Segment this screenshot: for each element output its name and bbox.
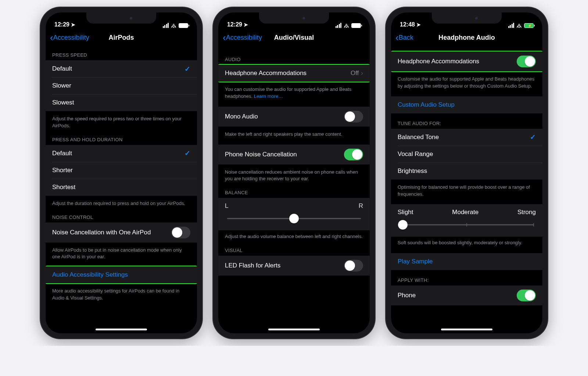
cellular-icon <box>336 23 342 28</box>
row-level-slider: Slight Moderate Strong <box>391 204 542 237</box>
row-label: Default <box>52 65 72 72</box>
nav-bar: ‹ Accessibility AirPods <box>46 29 197 46</box>
slider-thumb[interactable] <box>398 220 408 230</box>
row-press-speed-default[interactable]: Default ✓ <box>46 60 197 77</box>
scroll-content[interactable]: Headphone Accommodations Customise the a… <box>391 46 542 333</box>
screen-headphone-audio: 12:48 ➤ ⚡ ‹ Back Headphone Audio Headpho… <box>391 13 542 333</box>
screen-audio-visual: 12:29 ➤ ‹ Accessibility Audio/Visual AUD… <box>218 13 370 333</box>
detail-value: Off <box>351 70 359 77</box>
toggle-headphone-accommodations[interactable] <box>517 56 536 67</box>
row-label: Balanced Tone <box>398 134 439 141</box>
back-button[interactable]: ‹ Accessibility <box>50 33 89 42</box>
phone-mockup-2: 12:29 ➤ ‹ Accessibility Audio/Visual AUD… <box>213 7 375 338</box>
group-mono: Mono Audio <box>218 107 370 127</box>
toggle-mono-audio[interactable] <box>344 111 363 123</box>
row-label: Play Sample <box>398 258 433 265</box>
location-icon: ➤ <box>416 22 421 28</box>
notch <box>86 13 156 24</box>
scroll-content[interactable]: AUDIO Headphone Accommodations Off › You… <box>218 46 370 333</box>
footer-audio-link: More audio accessibility settings for Ai… <box>46 285 197 303</box>
row-headphone-accommodations[interactable]: Headphone Accommodations Off › <box>218 65 370 82</box>
toggle-led-flash[interactable] <box>344 260 363 272</box>
header-visual: VISUAL <box>218 242 370 256</box>
row-hold-shorter[interactable]: Shorter <box>46 162 197 179</box>
row-label: Phone <box>398 292 416 299</box>
header-hold: PRESS AND HOLD DURATION <box>46 131 197 145</box>
group-hold: Default ✓ Shorter Shortest <box>46 145 197 196</box>
header-balance: BALANCE <box>218 184 370 198</box>
row-led-flash[interactable]: LED Flash for Alerts <box>218 256 370 276</box>
group-pnc: Phone Noise Cancellation <box>218 145 370 164</box>
balance-slider[interactable] <box>225 213 363 224</box>
checkmark-icon: ✓ <box>184 149 190 157</box>
header-apply: APPLY WITH: <box>391 272 542 285</box>
status-time: 12:29 <box>54 21 69 28</box>
balance-right-label: R <box>359 202 363 210</box>
back-label: Back <box>399 34 413 42</box>
row-balance-slider: L R <box>218 198 370 230</box>
phone-mockup-3: 12:48 ➤ ⚡ ‹ Back Headphone Audio Headpho… <box>386 7 548 338</box>
toggle-noise-cancel[interactable] <box>171 227 190 238</box>
nav-bar: ‹ Accessibility Audio/Visual <box>218 29 370 46</box>
battery-icon <box>351 23 361 28</box>
level-slider[interactable] <box>398 220 536 230</box>
row-phone-noise-cancel[interactable]: Phone Noise Cancellation <box>218 145 370 164</box>
footer-hold: Adjust the duration required to press an… <box>46 197 197 209</box>
chevron-left-icon: ‹ <box>50 33 53 42</box>
home-indicator[interactable] <box>441 329 492 330</box>
level-labels: Slight Moderate Strong <box>398 209 536 216</box>
footer-balance: Adjust the audio volume balance between … <box>218 230 370 242</box>
row-play-sample[interactable]: Play Sample <box>391 253 542 270</box>
wifi-icon <box>343 23 349 28</box>
notch <box>259 13 329 24</box>
row-tune-vocal[interactable]: Vocal Range <box>391 146 542 163</box>
row-label: Mono Audio <box>225 113 258 120</box>
row-apply-phone[interactable]: Phone <box>391 285 542 305</box>
row-label: Custom Audio Setup <box>398 101 455 109</box>
slider-thumb[interactable] <box>289 214 299 223</box>
row-tune-balanced[interactable]: Balanced Tone ✓ <box>391 129 542 146</box>
group-audio-link: Audio Accessibility Settings <box>46 266 197 283</box>
header-press-speed: PRESS SPEED <box>46 46 197 60</box>
wifi-icon <box>516 23 522 28</box>
home-indicator[interactable] <box>268 329 320 330</box>
cellular-icon <box>163 23 169 28</box>
row-tune-brightness[interactable]: Brightness <box>391 163 542 180</box>
level-slight-label: Slight <box>398 209 413 216</box>
row-hold-default[interactable]: Default ✓ <box>46 145 197 162</box>
row-headphone-accommodations[interactable]: Headphone Accommodations <box>391 52 542 71</box>
learn-more-link[interactable]: Learn more… <box>254 93 283 99</box>
row-press-speed-slower[interactable]: Slower <box>46 77 197 94</box>
toggle-phone-noise-cancel[interactable] <box>344 149 363 160</box>
row-label: Audio Accessibility Settings <box>52 271 128 279</box>
scroll-content[interactable]: PRESS SPEED Default ✓ Slower Slowest Adj… <box>46 46 197 333</box>
footer-pnc: Noise cancellation reduces ambient noise… <box>218 166 370 184</box>
toggle-apply-phone[interactable] <box>517 290 536 301</box>
row-mono-audio[interactable]: Mono Audio <box>218 107 370 127</box>
phone-mockup-1: 12:29 ➤ ‹ Accessibility AirPods PRESS SP… <box>40 7 202 338</box>
row-label: Default <box>52 150 72 157</box>
row-label: Brightness <box>398 167 427 175</box>
back-button[interactable]: ‹ Back <box>395 33 413 42</box>
group-tune: Balanced Tone ✓ Vocal Range Brightness <box>391 129 542 180</box>
chevron-right-icon: › <box>361 70 363 77</box>
row-hold-shortest[interactable]: Shortest <box>46 179 197 196</box>
row-audio-accessibility-settings[interactable]: Audio Accessibility Settings <box>46 266 197 283</box>
location-icon: ➤ <box>244 22 248 28</box>
footer-noise: Allow AirPods to be put in noise cancell… <box>46 244 197 262</box>
row-noise-cancel-one-airpod[interactable]: Noise Cancellation with One AirPod <box>46 223 197 242</box>
header-audio: AUDIO <box>218 46 370 65</box>
row-label: Shortest <box>52 184 75 191</box>
location-icon: ➤ <box>71 22 75 28</box>
row-press-speed-slowest[interactable]: Slowest <box>46 94 197 111</box>
home-indicator[interactable] <box>96 329 147 330</box>
group-press-speed: Default ✓ Slower Slowest <box>46 60 197 111</box>
status-time: 12:29 <box>227 21 242 28</box>
row-label: Headphone Accommodations <box>398 58 479 65</box>
level-strong-label: Strong <box>517 209 536 216</box>
battery-charging-icon: ⚡ <box>524 23 534 28</box>
row-custom-audio-setup[interactable]: Custom Audio Setup <box>391 96 542 113</box>
back-label: Accessibility <box>53 34 89 42</box>
back-button[interactable]: ‹ Accessibility <box>223 33 262 42</box>
footer-headphone: You can customise the audio for supporte… <box>218 83 370 102</box>
